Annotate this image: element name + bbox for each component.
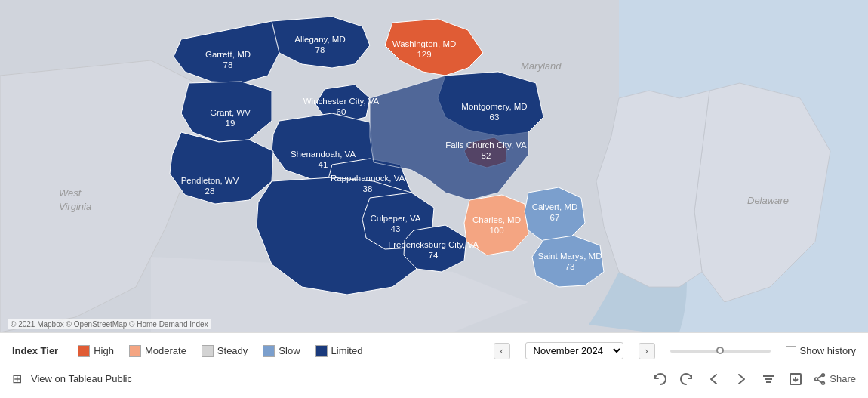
moderate-swatch: [129, 345, 141, 357]
svg-line-11: [818, 380, 822, 383]
map-svg: West Virginia Maryland Delaware Washingt…: [0, 0, 868, 332]
share-label: Share: [830, 373, 856, 384]
legend-steady: Steady: [202, 345, 248, 357]
svg-point-9: [815, 378, 818, 381]
back-button[interactable]: [704, 369, 724, 389]
moderate-label: Moderate: [145, 345, 186, 356]
download-button[interactable]: [786, 369, 805, 389]
legend-row: Index Tier High Moderate Steady Slow Lim…: [12, 342, 856, 359]
tableau-link[interactable]: View on Tableau Public: [31, 373, 132, 384]
show-history-checkbox[interactable]: [786, 346, 796, 356]
maryland-label: Maryland: [521, 60, 562, 72]
svg-line-12: [818, 375, 822, 378]
legend-title: Index Tier: [12, 345, 58, 356]
next-date-button[interactable]: ›: [639, 343, 655, 359]
delaware-label: Delaware: [747, 195, 789, 206]
slow-label: Slow: [279, 345, 300, 356]
legend-high: High: [78, 345, 114, 357]
prev-date-button[interactable]: ‹: [494, 343, 510, 359]
legend-moderate: Moderate: [129, 345, 186, 357]
forward-button[interactable]: [731, 369, 751, 389]
share-button[interactable]: Share: [813, 372, 856, 386]
tableau-icon: ⊞: [12, 372, 22, 386]
legend-slow: Slow: [263, 345, 300, 357]
west-virginia-label: West: [59, 187, 82, 199]
date-select[interactable]: November 2024: [525, 342, 623, 359]
undo-button[interactable]: [650, 369, 669, 389]
limited-swatch: [315, 345, 328, 357]
west-virginia-label2: Virginia: [59, 201, 91, 212]
show-history-label: Show history: [800, 345, 856, 356]
redo-button[interactable]: [677, 369, 697, 389]
svg-point-8: [822, 374, 825, 377]
steady-swatch: [202, 345, 214, 357]
limited-label: Limited: [331, 345, 363, 356]
steady-label: Steady: [217, 345, 248, 356]
filter-button[interactable]: [759, 369, 778, 389]
map-container: West Virginia Maryland Delaware Washingt…: [0, 0, 868, 332]
toolbar-icons: Share: [650, 369, 856, 389]
show-history-container: Show history: [786, 345, 856, 356]
toolbar: Index Tier High Moderate Steady Slow Lim…: [0, 332, 868, 398]
slider-container: [670, 350, 771, 353]
high-label: High: [94, 345, 114, 356]
slow-swatch: [263, 345, 275, 357]
slider-track[interactable]: [670, 350, 771, 353]
svg-point-10: [822, 381, 825, 384]
high-swatch: [78, 345, 90, 357]
map-credit: © 2021 Mapbox © OpenStreetMap © Home Dem…: [8, 319, 211, 329]
tableau-link-label: View on Tableau Public: [31, 373, 132, 384]
controls-row: ⊞ View on Tableau Public: [12, 369, 856, 389]
legend-limited: Limited: [315, 345, 363, 357]
